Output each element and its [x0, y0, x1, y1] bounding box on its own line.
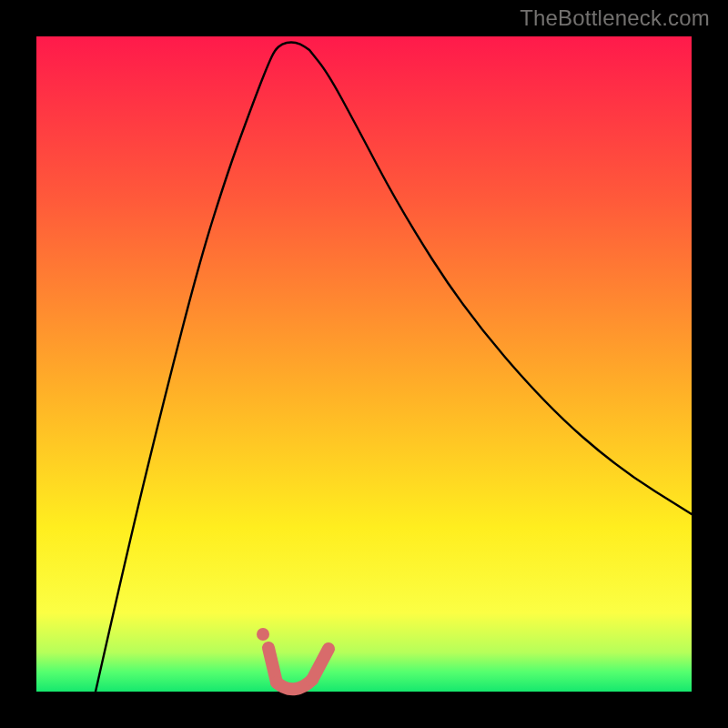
- valley-marker: [257, 628, 329, 689]
- plot-area: [36, 36, 692, 692]
- marker-right-tick-icon: [312, 649, 329, 680]
- watermark-text: TheBottleneck.com: [520, 5, 710, 31]
- marker-dot-icon: [257, 628, 269, 641]
- bottleneck-curve: [96, 43, 692, 693]
- chart-frame: TheBottleneck.com: [0, 0, 728, 728]
- curve-layer: [36, 36, 692, 692]
